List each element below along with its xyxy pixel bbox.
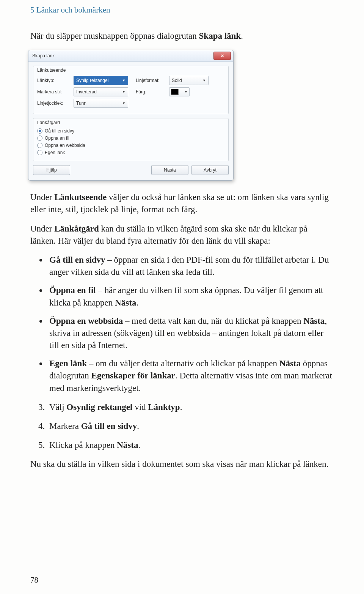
help-button[interactable]: Hjälp	[33, 165, 70, 175]
text: Under	[30, 192, 54, 202]
closing-paragraph: Nu ska du ställa in vilken sida i dokume…	[30, 458, 334, 470]
link-appearance-group: Länkutseende Länktyp: Synlig rektangel▼ …	[33, 66, 229, 114]
list-item: Välj Osynlig rektangel vid Länktyp.	[47, 401, 334, 413]
create-link-dialog: Skapa länk ✕ Länkutseende Länktyp: Synli…	[28, 50, 234, 181]
text: .	[138, 440, 140, 450]
text: .	[137, 421, 139, 431]
close-icon: ✕	[221, 54, 224, 58]
text: .	[180, 402, 182, 412]
list-item: Öppna en fil – här anger du vilken fil s…	[47, 284, 334, 309]
cancel-button[interactable]: Avbryt	[191, 165, 229, 175]
intro-text: När du släpper musknappen öppnas dialogr…	[30, 31, 199, 41]
text-bold: Osynlig rektangel	[66, 402, 132, 412]
intro-tail: .	[241, 31, 243, 41]
radio-icon	[37, 150, 42, 155]
paragraph-action: Under Länkåtgärd kan du ställa in vilken…	[30, 223, 334, 247]
chevron-down-icon: ▼	[202, 79, 206, 82]
list-item: Egen länk – om du väljer detta alternati…	[47, 358, 334, 394]
color-label: Färg:	[136, 89, 166, 95]
text: Markera	[49, 421, 81, 431]
radio-open-webpage[interactable]: Öppna en webbsida	[37, 143, 224, 148]
linktype-dropdown[interactable]: Synlig rektangel▼	[74, 76, 128, 85]
list-item: Gå till en sidvy – öppnar en sida i den …	[47, 254, 334, 278]
linktype-label: Länktyp:	[37, 78, 71, 83]
radio-label: Öppna en fil	[45, 136, 69, 141]
radio-open-file[interactable]: Öppna en fil	[37, 136, 224, 141]
text-bold: Gå till en sidvy	[49, 255, 105, 265]
text: vid	[132, 402, 148, 412]
radio-label: Öppna en webbsida	[45, 143, 85, 148]
text: – om du väljer detta alternativ och klic…	[87, 359, 279, 368]
group-title-appearance: Länkutseende	[37, 68, 224, 73]
chapter-heading: 5 Länkar och bokmärken	[30, 0, 334, 15]
thickness-dropdown[interactable]: Tunn▼	[74, 99, 128, 108]
text-bold: Länktyp	[148, 402, 180, 412]
text: Klicka på knappen	[49, 440, 117, 450]
close-button[interactable]: ✕	[213, 52, 231, 60]
chevron-down-icon: ▼	[122, 79, 126, 82]
link-action-group: Länkåtgärd Gå till en sidvy Öppna en fil…	[33, 118, 229, 161]
text: .	[136, 298, 138, 307]
page-number: 78	[30, 575, 38, 585]
list-item: Öppna en webbsida – med detta valt kan d…	[47, 315, 334, 352]
lineformat-value: Solid	[172, 78, 182, 83]
options-list: Gå till en sidvy – öppnar en sida i den …	[30, 254, 334, 394]
lineformat-label: Linjeformat:	[136, 78, 166, 83]
text-bold: Gå till en sidvy	[81, 421, 137, 431]
steps-list: Välj Osynlig rektangel vid Länktyp. Mark…	[30, 401, 334, 452]
chevron-down-icon: ▼	[122, 101, 126, 105]
text-bold: Egenskaper för länkar	[91, 371, 176, 380]
list-item: Klicka på knappen Nästa.	[47, 439, 334, 451]
radio-custom-link[interactable]: Egen länk	[37, 150, 224, 155]
radio-label: Egen länk	[45, 150, 65, 155]
dialog-title: Skapa länk	[32, 53, 55, 58]
color-dropdown[interactable]: ▼	[169, 87, 190, 96]
radio-icon	[37, 143, 42, 148]
text-bold: Nästa	[303, 316, 325, 326]
intro-paragraph: När du släpper musknappen öppnas dialogr…	[30, 30, 334, 42]
text: Under	[30, 224, 54, 233]
highlight-label: Markera stil:	[37, 89, 71, 95]
list-item: Markera Gå till en sidvy.	[47, 420, 334, 432]
text: Välj	[49, 402, 66, 412]
chevron-down-icon: ▼	[122, 90, 126, 94]
lineformat-dropdown[interactable]: Solid▼	[169, 76, 209, 85]
text-bold: Nästa	[279, 359, 301, 368]
text-bold: Nästa	[117, 440, 138, 450]
paragraph-appearance: Under Länkutseende väljer du också hur l…	[30, 191, 334, 216]
intro-emphasis: Skapa länk	[199, 31, 241, 41]
radio-label: Gå till en sidvy	[45, 128, 74, 134]
text-bold: Öppna en fil	[49, 285, 96, 295]
highlight-value: Inverterad	[76, 89, 97, 95]
next-button[interactable]: Nästa	[151, 165, 188, 175]
color-swatch	[171, 89, 179, 95]
radio-icon	[37, 128, 42, 134]
text: – med detta valt kan du, när du klickat …	[123, 316, 303, 326]
text-bold: Öppna en webbsida	[49, 316, 123, 326]
group-title-action: Länkåtgärd	[37, 120, 224, 125]
chevron-down-icon: ▼	[184, 90, 188, 94]
linktype-value: Synlig rektangel	[76, 78, 108, 83]
thickness-value: Tunn	[76, 101, 86, 106]
radio-go-to-page[interactable]: Gå till en sidvy	[37, 128, 224, 134]
radio-icon	[37, 136, 42, 141]
highlight-dropdown[interactable]: Inverterad▼	[74, 87, 128, 96]
text-bold: Länkutseende	[54, 192, 107, 202]
dialog-titlebar: Skapa länk ✕	[28, 50, 233, 62]
text-bold: Nästa	[115, 298, 136, 307]
text-bold: Egen länk	[49, 359, 87, 368]
text-bold: Länkåtgärd	[54, 224, 99, 233]
thickness-label: Linjetjocklek:	[37, 101, 71, 106]
